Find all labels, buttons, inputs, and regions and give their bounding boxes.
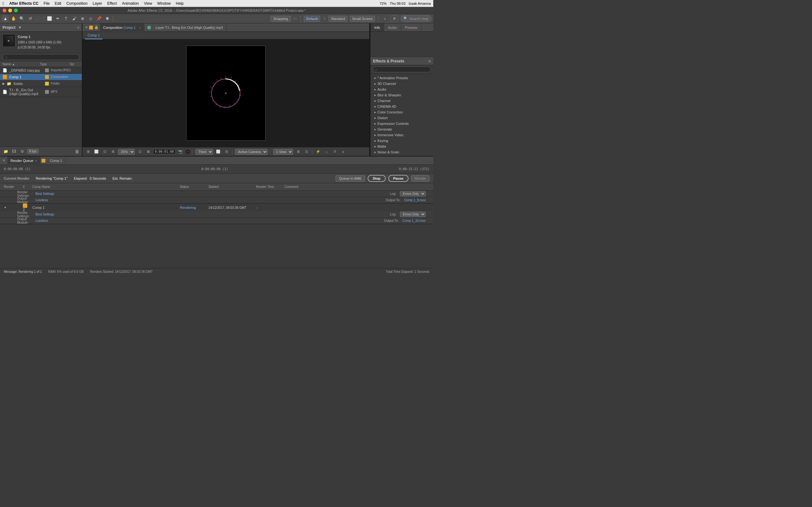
rq-close-btn[interactable]: ✕ <box>3 158 5 163</box>
camera-select[interactable]: Active Camera <box>235 149 268 155</box>
ep-item-distort[interactable]: ▶ Distort <box>370 115 433 121</box>
menu-animation[interactable]: Animation <box>122 1 139 6</box>
menu-effect[interactable]: Effect <box>107 1 117 6</box>
workspace-default[interactable]: Default <box>304 16 320 21</box>
ep-item-immersive[interactable]: ▶ Immersive Video <box>370 132 433 138</box>
ep-item-expression[interactable]: ▶ Expression Controls <box>370 121 433 126</box>
fit-comp-btn[interactable]: ⊡ <box>137 149 143 155</box>
project-item[interactable]: 📄 _DSF6853 copy.jpg ImporterJPEG <box>0 67 82 74</box>
col-header-type[interactable]: Type <box>40 62 68 66</box>
workspace-standard[interactable]: Standard <box>328 16 347 21</box>
project-item-solids[interactable]: ▶ 📁 Solids Folder <box>0 80 82 87</box>
hand-tool[interactable]: ✋ <box>10 15 17 22</box>
project-search-input[interactable] <box>3 54 79 60</box>
col-header-size[interactable]: Siz <box>70 62 79 66</box>
selection-tool[interactable]: ▲ <box>2 15 9 22</box>
new-comp-btn[interactable]: 🎞 <box>11 148 17 155</box>
pin-tool[interactable]: 📌 <box>96 15 102 22</box>
pen-tool[interactable]: ✒ <box>54 15 61 22</box>
menu-window[interactable]: Window <box>157 1 171 6</box>
bpc-badge[interactable]: 8 bpc <box>27 149 39 154</box>
view-layout-btn[interactable]: ⊞ <box>295 149 301 155</box>
snapping-button[interactable]: Snapping <box>270 16 291 21</box>
menu-edit[interactable]: Edit <box>55 1 61 6</box>
shape-tool[interactable]: ✱ <box>104 15 111 22</box>
rq-item-toggle-main[interactable]: ▼ <box>3 206 21 209</box>
menu-layer[interactable]: Layer <box>93 1 102 6</box>
rq-sub-ot-value-main[interactable]: Comp 1_10.mov <box>403 219 426 222</box>
menu-view[interactable]: View <box>144 1 152 6</box>
ep-item-noise[interactable]: ▶ Noise & Grain <box>370 149 433 155</box>
delete-btn[interactable]: 🗑 <box>75 149 79 154</box>
comp-view-btn[interactable]: ⬜ <box>93 149 100 155</box>
view-quad-btn[interactable]: ⊡ <box>303 149 310 155</box>
apple-menu[interactable]:  <box>3 1 4 6</box>
ep-item-obsolete[interactable]: ▶ Obsolete <box>370 155 433 156</box>
ep-item-blur[interactable]: ▶ Blur & Sharpen <box>370 92 433 98</box>
rq-sub-rs-value-main[interactable]: Best Settings <box>36 213 54 216</box>
settings-btn[interactable]: ⚙ <box>19 148 26 155</box>
views-select[interactable]: 1 View <box>273 149 293 155</box>
comp-settings-btn[interactable]: ⊞ <box>85 149 91 155</box>
text-tool[interactable]: T <box>62 15 69 22</box>
menu-help[interactable]: Help <box>176 1 184 6</box>
comp-tab-1[interactable]: Composition Comp 1 ≡ <box>100 23 144 32</box>
menu-file[interactable]: File <box>44 1 49 6</box>
eraser-tool[interactable]: ◇ <box>87 15 94 22</box>
comp-tab-2[interactable]: Layer T.I.- Bring Em Out (High Quality).… <box>152 23 226 32</box>
minimize-button[interactable] <box>8 9 12 12</box>
new-folder-btn[interactable]: 📁 <box>3 148 9 155</box>
clone-tool[interactable]: ⊕ <box>79 15 86 22</box>
workspace-small[interactable]: Small Screen <box>350 16 375 21</box>
rq-tab-comp[interactable]: Comp 1 <box>47 157 66 165</box>
rotation-tool[interactable]: ↺ <box>27 15 34 22</box>
ep-item-3dchannel[interactable]: ▶ 3D Channel <box>370 81 433 87</box>
rq-sub-rs-value[interactable]: Best Settings <box>36 192 54 195</box>
project-item-mp3[interactable]: 📄 T.I.- B...Em Out (High Quality).mp3 MP… <box>0 87 82 97</box>
snap-icon[interactable]: ⋈ <box>293 16 297 21</box>
project-item-comp[interactable]: 🟧 Comp 1 Composition <box>0 74 82 80</box>
folder-expand-icon[interactable]: ▶ <box>3 82 5 85</box>
panels-btn[interactable]: ⊞ <box>391 15 398 22</box>
queue-in-ame-btn[interactable]: Queue in AME <box>336 175 365 181</box>
rq-item-main-row[interactable]: ▼ 2 Comp 1 Rendering 14/12/2017, 08:03:3… <box>0 204 433 211</box>
ep-item-audio[interactable]: ▶ Audio <box>370 87 433 92</box>
camera-tool[interactable]: 🎥 <box>35 15 42 22</box>
frame-back-btn[interactable]: ⊠ <box>145 149 151 155</box>
stop-button[interactable]: Stop <box>368 175 386 182</box>
col-header-name[interactable]: Name ▲ <box>3 62 32 66</box>
ep-item-color[interactable]: ▶ Color Correction <box>370 109 433 115</box>
ep-item-keying[interactable]: ▶ Keying <box>370 138 433 144</box>
render-button[interactable]: Render <box>411 175 429 181</box>
zoom-select[interactable]: 25% <box>118 149 135 155</box>
tab-preview[interactable]: Preview <box>401 23 421 32</box>
ep-menu-icon[interactable]: ≡ <box>428 59 431 64</box>
ep-item-matte[interactable]: ▶ Matte <box>370 144 433 149</box>
ep-search-input[interactable] <box>373 66 431 72</box>
ep-item-channel[interactable]: ▶ Channel <box>370 98 433 104</box>
maximize-button[interactable] <box>14 9 18 12</box>
close-button[interactable] <box>3 9 6 12</box>
comp-grid-btn[interactable]: ⊞ <box>110 149 116 155</box>
comp-sub-tab-1[interactable]: Comp 1 <box>85 32 102 39</box>
trans-btn[interactable]: ⊟ <box>223 149 230 155</box>
comp-panel-close[interactable]: ✕ <box>85 25 88 30</box>
add-view-btn[interactable]: + <box>340 149 346 155</box>
search-help[interactable]: 🔍 Search Help <box>401 15 432 21</box>
log-dropdown-1[interactable]: Errors Only <box>400 191 426 196</box>
expand-btn[interactable]: » <box>382 15 388 22</box>
zoom-tool[interactable]: 🔍 <box>18 15 26 22</box>
ep-item-anim-presets[interactable]: ▶ * Animation Presets <box>370 75 433 81</box>
color-picker-btn[interactable]: ● <box>186 150 190 154</box>
comp-safe-btn[interactable]: ⊡ <box>101 149 108 155</box>
menu-composition[interactable]: Composition <box>66 1 88 6</box>
exposure-btn[interactable]: ☼ <box>323 149 329 155</box>
rq-sub-om-value[interactable]: Lossless <box>36 199 48 202</box>
mask-rect-tool[interactable]: ⬜ <box>46 15 53 22</box>
comp-tab-menu[interactable]: ≡ <box>139 26 141 30</box>
ep-item-cinema4d[interactable]: ▶ CINEMA 4D <box>370 104 433 109</box>
rq-tab-queue[interactable]: Render Queue ≡ <box>7 157 40 165</box>
ep-item-generate[interactable]: ▶ Generate <box>370 126 433 132</box>
app-name[interactable]: After Effects CC <box>9 1 38 6</box>
log-dropdown-main[interactable]: Errors Only <box>400 212 426 217</box>
